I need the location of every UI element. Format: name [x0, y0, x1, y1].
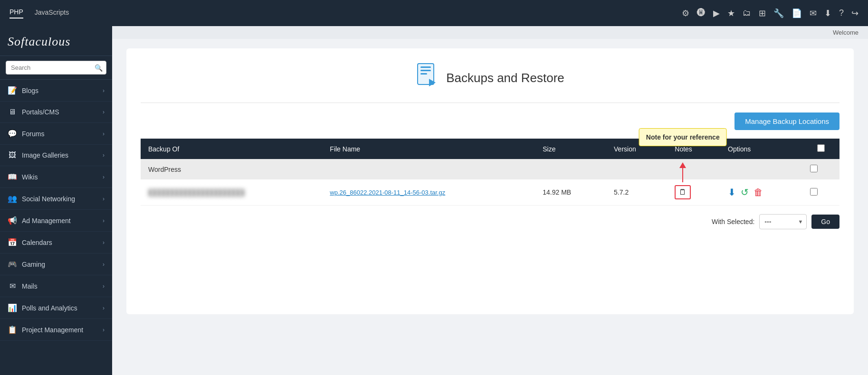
sidebar-item-label: Polls and Analytics [22, 304, 77, 312]
sidebar-item-project-management[interactable]: 📋 Project Management › [0, 319, 112, 341]
ad-icon: 📢 [8, 216, 17, 225]
sidebar-item-calendars[interactable]: 📅 Calendars › [0, 232, 112, 253]
chevron-right-icon: › [103, 327, 105, 333]
settings-icon[interactable]: ⚙ [682, 8, 689, 19]
wrench-icon[interactable]: 🔧 [773, 8, 784, 19]
sidebar-item-label: Ad Management [22, 217, 71, 225]
sidebar-item-label: Mails [22, 282, 38, 290]
go-button[interactable]: Go [811, 215, 839, 229]
backup-of-cell: ██████████████████████ [141, 179, 322, 206]
chevron-right-icon: › [103, 261, 105, 268]
chevron-right-icon: › [103, 305, 105, 311]
notes-icon-button[interactable]: 🗒 [675, 185, 691, 199]
social-icon: 👥 [8, 194, 17, 203]
portals-icon: 🖥 [8, 108, 17, 116]
sidebar-item-blogs[interactable]: 📝 Blogs › [0, 80, 112, 102]
chevron-right-icon: › [103, 152, 105, 159]
sidebar-item-label: Portals/CMS [22, 108, 59, 116]
tooltip-text: Note for your reference [646, 133, 720, 141]
logo-text: Softaculous [8, 35, 70, 48]
sidebar-item-label: Forums [22, 130, 44, 138]
forums-icon: 💬 [8, 129, 17, 138]
help-icon[interactable]: ? [839, 8, 844, 18]
search-icon[interactable]: 🔍 [95, 64, 103, 72]
folder-icon[interactable]: 🗂 [743, 8, 751, 18]
document-icon[interactable]: 📄 [792, 8, 802, 19]
backup-of-value: ██████████████████████ [148, 189, 245, 196]
sidebar-item-label: Wikis [22, 173, 38, 181]
galleries-icon: 🖼 [8, 151, 17, 159]
row-checkbox-cell [802, 179, 839, 206]
sidebar-item-image-galleries[interactable]: 🖼 Image Galleries › [0, 145, 112, 166]
group-checkbox[interactable] [810, 165, 818, 172]
col-checkbox [802, 139, 839, 159]
backup-icon [416, 63, 439, 93]
download-action-icon[interactable]: ⬇ [728, 187, 736, 198]
select-all-checkbox[interactable] [817, 144, 825, 152]
chevron-right-icon: › [103, 196, 105, 202]
sidebar-item-ad-management[interactable]: 📢 Ad Management › [0, 210, 112, 232]
page-card: Backups and Restore Manage Backup Locati… [126, 48, 854, 314]
backup-table: Backup Of File Name Size Version Notes O… [141, 139, 839, 206]
sidebar-item-forums[interactable]: 💬 Forums › [0, 123, 112, 145]
svg-rect-2 [420, 70, 431, 71]
table-group-row: WordPress [141, 159, 839, 179]
col-size: Size [535, 139, 606, 159]
grid-icon[interactable]: ⊞ [759, 8, 766, 19]
file-name-link[interactable]: wp.26_86022.2021-08-11_14-56-03.tar.gz [330, 189, 445, 196]
content-area: Backups and Restore Manage Backup Locati… [112, 39, 868, 375]
tooltip-arrow-head [679, 162, 686, 168]
options-cell: ⬇ ↺ 🗑 [720, 179, 802, 206]
delete-action-icon[interactable]: 🗑 [754, 187, 763, 198]
top-nav: PHP JavaScripts ⚙ 🅦 ▶ ★ 🗂 ⊞ 🔧 📄 ✉ ⬇ ? ↪ [0, 0, 868, 26]
chevron-right-icon: › [103, 109, 105, 115]
play-icon[interactable]: ▶ [713, 8, 720, 19]
star-icon[interactable]: ★ [727, 8, 735, 19]
sidebar-item-label: Gaming [22, 261, 45, 268]
welcome-text: Welcome [833, 29, 858, 36]
chevron-right-icon: › [103, 217, 105, 224]
col-backup-of: Backup Of [141, 139, 322, 159]
sidebar-item-portals-cms[interactable]: 🖥 Portals/CMS › [0, 102, 112, 123]
wordpress-icon[interactable]: 🅦 [697, 8, 706, 18]
with-selected-label: With Selected: [712, 218, 754, 225]
wikis-icon: 📖 [8, 172, 17, 181]
page-header: Backups and Restore [141, 63, 839, 103]
chevron-right-icon: › [103, 174, 105, 180]
sidebar-item-label: Calendars [22, 239, 52, 246]
download-icon[interactable]: ⬇ [824, 8, 831, 19]
tab-javascripts[interactable]: JavaScripts [35, 9, 69, 18]
mails-icon: ✉ [8, 281, 17, 291]
mail-icon[interactable]: ✉ [810, 8, 817, 19]
col-options: Options [720, 139, 802, 159]
sidebar-item-gaming[interactable]: 🎮 Gaming › [0, 253, 112, 275]
main-content: Welcome Backups and Restore [112, 26, 868, 375]
row-checkbox[interactable] [810, 188, 818, 196]
chevron-right-icon: › [103, 131, 105, 137]
svg-rect-3 [420, 73, 427, 75]
sidebar-item-label: Blogs [22, 87, 38, 94]
notes-tooltip-wrapper: 🗒 Note for your reference [675, 185, 691, 199]
sidebar-item-wikis[interactable]: 📖 Wikis › [0, 166, 112, 188]
search-bar: 🔍 [0, 56, 112, 80]
sidebar-item-mails[interactable]: ✉ Mails › [0, 275, 112, 297]
sidebar-item-social-networking[interactable]: 👥 Social Networking › [0, 188, 112, 210]
version-cell: 5.7.2 [606, 179, 667, 206]
restore-action-icon[interactable]: ↺ [741, 187, 749, 198]
tooltip-arrow-line [682, 168, 683, 182]
tab-php[interactable]: PHP [10, 8, 23, 19]
logout-icon[interactable]: ↪ [851, 8, 858, 19]
sidebar-item-polls-analytics[interactable]: 📊 Polls and Analytics › [0, 297, 112, 319]
sidebar: Softaculous 🔍 📝 Blogs › 🖥 Portals/CMS [0, 26, 112, 375]
action-icons: ⬇ ↺ 🗑 [728, 187, 795, 198]
group-checkbox-cell [802, 159, 839, 179]
with-selected-row: With Selected: --- ▼ Go [141, 214, 839, 229]
with-selected-select-wrapper: --- ▼ [759, 214, 807, 229]
sidebar-nav: 📝 Blogs › 🖥 Portals/CMS › 💬 Forums › [0, 80, 112, 375]
chevron-right-icon: › [103, 283, 105, 290]
manage-backup-locations-button[interactable]: Manage Backup Locations [734, 112, 839, 130]
search-input[interactable] [6, 61, 106, 75]
with-selected-select[interactable]: --- [759, 214, 807, 229]
sidebar-item-label: Image Galleries [22, 151, 68, 159]
gaming-icon: 🎮 [8, 260, 17, 269]
